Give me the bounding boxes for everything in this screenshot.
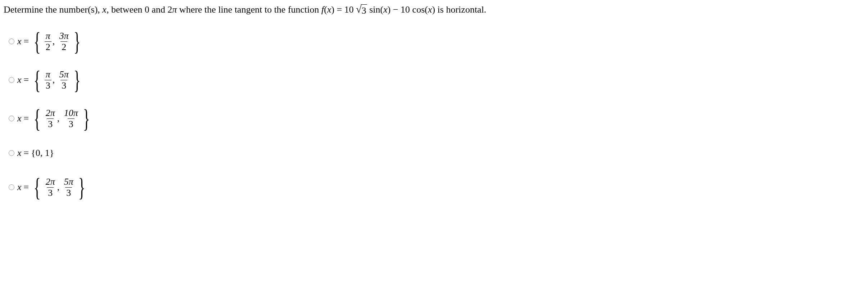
q-sqrt-arg: 3 (361, 4, 367, 17)
radio-icon[interactable] (9, 39, 14, 44)
equals-label: = (24, 181, 29, 193)
frac-num: π (45, 70, 51, 80)
q-mid2: where the line tangent to the function (177, 4, 321, 15)
fraction: 2π 3 (45, 177, 56, 198)
q-x2: x (383, 4, 388, 15)
option-4[interactable]: x = {0, 1} (9, 147, 864, 159)
frac-den: 3 (60, 80, 67, 90)
option-5-math: x = { 2π 3 , 5π 3 } (17, 177, 88, 198)
comma: , (53, 35, 57, 48)
frac-den: 2 (60, 41, 67, 52)
comma: , (53, 74, 57, 86)
x-label: x (17, 181, 22, 193)
frac-den: 3 (47, 118, 54, 129)
frac-num: 10π (63, 108, 79, 118)
q-x3: x (428, 4, 432, 15)
option-1-math: x = { π 2 , 3π 2 } (17, 31, 83, 52)
fraction: π 3 (45, 70, 51, 90)
frac-num: 5π (63, 177, 74, 187)
equals-label: = (24, 74, 29, 86)
option-3-math: x = { 2π 3 , 10π 3 } (17, 108, 92, 129)
q-xarg: x (327, 4, 331, 15)
equals-label: = (24, 35, 29, 48)
q-prefix: Determine the number(s), (4, 4, 102, 15)
options-list: x = { π 2 , 3π 2 } x = { π 3 , (4, 31, 864, 198)
option-1[interactable]: x = { π 2 , 3π 2 } (9, 31, 864, 52)
fraction: 5π 3 (58, 70, 70, 90)
fraction: 3π 2 (58, 31, 70, 52)
q-sin: sin( (367, 4, 384, 15)
q-close1: ) − 10 cos( (388, 4, 428, 15)
q-var-x: x (102, 4, 107, 15)
fraction: 10π 3 (63, 108, 79, 129)
frac-den: 3 (47, 187, 54, 198)
q-pi1: π (172, 4, 177, 15)
x-label: x (17, 74, 22, 86)
frac-den: 2 (45, 41, 51, 52)
frac-den: 3 (65, 187, 72, 198)
fraction: 5π 3 (63, 177, 74, 198)
option-3[interactable]: x = { 2π 3 , 10π 3 } (9, 108, 864, 129)
comma: , (57, 112, 62, 125)
radio-icon[interactable] (9, 77, 14, 83)
q-coef1: 10 (344, 4, 356, 15)
option-5[interactable]: x = { 2π 3 , 5π 3 } (9, 177, 864, 198)
frac-den: 3 (68, 118, 74, 129)
x-label: x (17, 35, 22, 48)
frac-num: 3π (58, 31, 70, 41)
question-text: Determine the number(s), x, between 0 an… (4, 4, 864, 17)
frac-num: 5π (58, 70, 70, 80)
q-eq: = (334, 4, 344, 15)
radio-icon[interactable] (9, 150, 14, 156)
frac-num: 2π (45, 108, 56, 118)
fraction: 2π 3 (45, 108, 56, 129)
q-paren-close: ) (331, 4, 335, 15)
option-2[interactable]: x = { π 3 , 5π 3 } (9, 70, 864, 90)
q-mid1: , between 0 and 2 (107, 4, 172, 15)
frac-den: 3 (45, 80, 51, 90)
x-label: x (17, 112, 22, 125)
option-2-math: x = { π 3 , 5π 3 } (17, 70, 83, 90)
radio-icon[interactable] (9, 184, 14, 190)
equals-label: = (24, 147, 29, 159)
frac-num: π (45, 31, 51, 41)
option-4-math: x = {0, 1} (17, 147, 54, 159)
radio-icon[interactable] (9, 116, 14, 121)
frac-num: 2π (45, 177, 56, 187)
equals-label: = (24, 112, 29, 125)
option-4-set: {0, 1} (31, 147, 54, 159)
q-paren-open: ( (324, 4, 327, 15)
x-label: x (17, 147, 22, 159)
comma: , (57, 181, 62, 193)
sqrt-icon: √3 (356, 4, 367, 17)
fraction: π 2 (45, 31, 51, 52)
q-close2: ) is horizontal. (432, 4, 486, 15)
